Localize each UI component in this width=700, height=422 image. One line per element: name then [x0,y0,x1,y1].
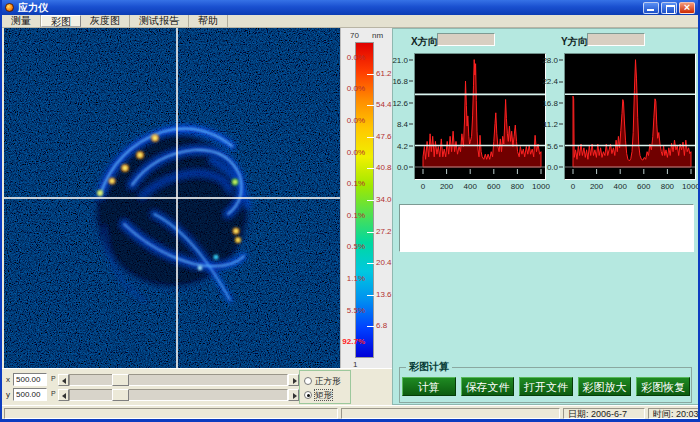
calc-button-2[interactable]: 打开文件 [519,377,573,396]
shape-radio-0[interactable]: 正方形 [304,375,341,387]
y-tick-label: 16.8 [542,98,563,107]
status-time: 时间: 20:03:45 [648,408,699,419]
x-tick-label: 800 [511,182,524,191]
minimize-button[interactable] [643,2,659,14]
y-tick-label: 28.0 [542,55,563,64]
colorbar-max-label: 70 [350,31,359,40]
y-tick-label: 21.0 [392,55,413,64]
close-button[interactable] [679,2,695,14]
calc-group: 彩图计算 计算保存文件打开文件彩图放大彩图恢复 [399,367,692,403]
radio-circle-icon [304,391,312,399]
x-tick-label: 600 [637,182,650,191]
x-direction-value-input[interactable] [437,33,495,46]
x-axis-label: x [6,375,10,384]
x-tick-label: 1000 [532,182,550,191]
x-position-input[interactable] [13,373,47,386]
colorbar-percent-label: 0.1% [341,212,365,220]
menu-item-4[interactable]: 帮助 [189,15,228,27]
radio-circle-icon [304,377,312,385]
y-position-input[interactable] [13,388,47,401]
colorbar-percent-label: 92.7% [341,338,365,346]
colorbar-value-label: 40.8 [376,164,393,172]
y-scrollbar-thumb[interactable] [112,389,129,401]
x-chart-y-axis: 21.016.812.68.44.20.0 [393,53,413,180]
y-scrollbar-track[interactable] [69,389,288,401]
restore-button[interactable] [661,2,677,14]
analysis-panel: X方向 21.016.812.68.44.20.0 02004006008001… [392,28,700,405]
colorbar-value-label: 13.6 [376,291,393,299]
y-scroll-right-arrow[interactable] [288,389,299,401]
calc-button-3[interactable]: 彩图放大 [578,377,632,396]
y-tick-label: 0.0 [547,163,563,172]
colorbar-percent-label: 5.5% [341,307,365,315]
client-area: 70 nm 1 61.254.447.640.834.027.220.413.6… [2,28,700,405]
x-scroll-left-arrow[interactable] [58,374,69,386]
radio-label: 正方形 [315,376,341,386]
y-tick-label: 0.0 [397,163,413,172]
colorbar-tick [367,232,374,233]
colorbar-value-label: 27.2 [376,228,393,236]
window-title: 应力仪 [18,0,639,15]
y-direction-chart[interactable] [564,53,696,180]
y-direction-value-input[interactable] [587,33,645,46]
colorbar-tick [367,74,374,75]
x-scrollbar-track[interactable] [69,374,288,386]
colorbar-percent-label: 1.1% [341,275,365,283]
menu-item-0[interactable]: 测量 [2,15,41,27]
app-window: 应力仪 测量彩图灰度图测试报告帮助 [0,0,700,422]
colorbar-tick [367,263,374,264]
heatmap-view[interactable] [4,28,340,368]
shape-radio-group: 正方形矩形 [299,370,351,404]
y-tick-label: 4.2 [397,141,413,150]
colorbar-percent-label: 0.5% [341,243,365,251]
colorbar-unit-label: nm [372,31,383,40]
y-scroll-left-arrow[interactable] [58,389,69,401]
status-date: 日期: 2006-6-7 [563,408,645,419]
menu-item-3[interactable]: 测试报告 [130,15,189,27]
status-panel-middle [341,408,560,419]
x-tick-label: 400 [464,182,477,191]
y-tick-label: 16.8 [392,77,413,86]
x-tick-label: 0 [571,182,575,191]
x-tick-label: 400 [614,182,627,191]
colorbar-value-label: 6.8 [376,322,393,330]
colorbar-value-label: 47.6 [376,133,393,141]
colorbar-value-label: 61.2 [376,70,393,78]
result-text-area[interactable] [399,204,694,252]
menu-item-1[interactable]: 彩图 [41,15,81,27]
calc-group-title: 彩图计算 [406,360,452,374]
status-bar: 日期: 2006-6-7 时间: 20:03:45 [2,405,700,420]
calc-button-1[interactable]: 保存文件 [461,377,515,396]
calc-button-4[interactable]: 彩图恢复 [636,377,690,396]
colorbar-tick [367,200,374,201]
colorbar: 70 nm 1 61.254.447.640.834.027.220.413.6… [340,28,392,368]
x-spin-label: P [51,375,56,382]
crosshair-horizontal[interactable] [4,197,340,199]
x-tick-label: 800 [661,182,674,191]
y-axis-label: y [6,390,10,399]
y-chart-x-axis: 02004006008001000 [564,182,696,192]
radio-label: 矩形 [315,390,332,400]
app-icon [5,3,14,12]
status-panel-left [4,408,338,419]
x-tick-label: 1000 [682,182,700,191]
y-tick-label: 22.4 [542,77,563,86]
colorbar-percent-label: 0.0% [341,149,365,157]
x-tick-label: 200 [590,182,603,191]
y-tick-label: 5.6 [547,141,563,150]
x-direction-label: X方向 [411,35,438,49]
calc-buttons: 计算保存文件打开文件彩图放大彩图恢复 [402,377,690,396]
x-tick-label: 0 [421,182,425,191]
position-controls: x P y P 正方形矩形 [2,368,392,405]
shape-radio-1[interactable]: 矩形 [304,389,332,401]
colorbar-percent-label: 0.1% [341,180,365,188]
x-direction-chart[interactable] [414,53,546,180]
colorbar-percent-label: 0.0% [341,54,365,62]
colorbar-tick [367,137,374,138]
y-tick-label: 11.2 [543,120,563,129]
x-scrollbar-thumb[interactable] [112,374,129,386]
calc-button-0[interactable]: 计算 [402,377,456,396]
colorbar-tick [367,326,374,327]
menu-item-2[interactable]: 灰度图 [81,15,130,27]
x-scroll-right-arrow[interactable] [288,374,299,386]
